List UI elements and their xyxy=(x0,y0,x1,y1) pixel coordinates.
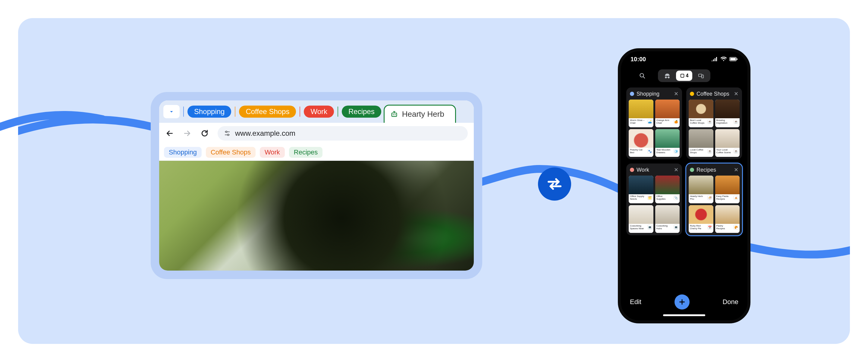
done-button[interactable]: Done xyxy=(722,298,738,306)
active-tab-title: Hearty Herb xyxy=(402,110,444,119)
address-bar[interactable]: www.example.com xyxy=(218,126,468,141)
tab-group-label: Shopping xyxy=(194,107,224,116)
tab-thumbnail[interactable]: Coworking Spaces Near💻 xyxy=(629,205,653,233)
group-title: Recipes xyxy=(696,167,716,173)
close-group-button[interactable]: ✕ xyxy=(674,167,678,173)
thumbnail-caption: Brewing Inspiration☕ xyxy=(715,118,740,127)
svg-rect-9 xyxy=(681,74,684,78)
search-icon[interactable] xyxy=(639,72,646,79)
tab-thumbnail[interactable]: Office Supply Needs🗂️ xyxy=(629,175,653,203)
thumbnail-image xyxy=(689,100,713,118)
thumbnail-image xyxy=(629,205,653,224)
thumbnail-title: Hearty Herb Pho xyxy=(690,195,706,201)
tab-group-recipes[interactable]: Recipes xyxy=(342,106,381,118)
tab-thumbnail[interactable]: Worm Glow – Chair🛋️ xyxy=(629,100,653,127)
tab-group-label: Coffee Shops xyxy=(246,107,289,116)
thumbnail-image xyxy=(655,205,680,224)
thumbnail-caption: Your Local Coffee Scene☕ xyxy=(715,148,740,157)
tab-group-coffee[interactable]: Coffee Shops xyxy=(239,106,296,118)
tab-group-header: Shopping✕ xyxy=(629,90,680,100)
tab-thumbnail[interactable]: Pastry Recipes🥐 xyxy=(715,205,740,233)
close-group-button[interactable]: ✕ xyxy=(674,90,678,97)
group-thumbnails: Worm Glow – Chair🛋️Orange Arm Chair🍊Peac… xyxy=(629,100,680,157)
close-group-button[interactable]: ✕ xyxy=(734,167,738,173)
standard-tabs-button[interactable]: 4 xyxy=(676,71,692,81)
bookmark-chip-recipes[interactable]: Recipes xyxy=(289,147,322,158)
tab-thumbnail[interactable]: Hearty Herb Pho🍜 xyxy=(689,175,713,203)
tab-thumbnail[interactable]: Teal Wooden Drawers🧊 xyxy=(655,129,680,157)
tab-thumbnail[interactable]: Orange Arm Chair🍊 xyxy=(655,100,680,127)
tab-thumbnail[interactable]: Ruby Red Cherry Pie📅 xyxy=(689,205,713,233)
battery-icon xyxy=(730,57,738,61)
thumbnail-title: Orange Arm Chair xyxy=(656,119,673,124)
group-color-dot xyxy=(630,92,634,96)
bookmark-chip-work[interactable]: Work xyxy=(260,147,285,158)
forward-button[interactable] xyxy=(183,129,192,138)
group-title: Coffee Shops xyxy=(696,91,730,97)
tab-group-shopping[interactable]: Shopping xyxy=(187,106,231,118)
synced-devices-button[interactable] xyxy=(693,71,709,81)
group-color-dot xyxy=(630,168,634,172)
active-tab[interactable]: Hearty Herb xyxy=(384,105,456,123)
thumbnail-title: Coworking Spaces Near xyxy=(630,225,646,230)
thumbnail-title: Ruby Red Cherry Pie xyxy=(690,225,706,230)
thumbnail-title: Peachy Cat Bed xyxy=(630,149,646,154)
sync-arrows-icon xyxy=(546,175,564,193)
arrow-left-icon xyxy=(165,129,174,138)
tab-thumbnail[interactable]: Local Coffee Shops☕ xyxy=(689,129,713,157)
thumbnail-image xyxy=(715,129,740,148)
tab-thumbnail[interactable]: Brewing Inspiration☕ xyxy=(715,100,740,127)
tab-group-card[interactable]: Coffee Shops✕Best Local Coffee Shops☕Bre… xyxy=(686,87,742,159)
tab-thumbnail[interactable]: Coworking Hubs💻 xyxy=(655,205,680,233)
thumbnail-favicon: ☕ xyxy=(707,149,712,154)
tab-group-header: Recipes✕ xyxy=(689,166,740,175)
tab-thumbnail[interactable]: Best Local Coffee Shops☕ xyxy=(689,100,713,127)
group-title: Work xyxy=(637,167,649,173)
browser-window: Shopping Coffee Shops Work Recipes Heart… xyxy=(159,101,474,271)
thumbnail-caption: Coworking Hubs💻 xyxy=(655,224,680,233)
incognito-tabs-button[interactable] xyxy=(659,71,675,81)
wifi-icon xyxy=(720,57,727,61)
thumbnail-image xyxy=(689,175,713,194)
thumbnail-image xyxy=(689,129,713,148)
thumbnail-caption: Hearty Herb Pho🍜 xyxy=(689,194,713,203)
new-tab-button[interactable] xyxy=(675,295,689,309)
tab-switcher-toolbar: 4 xyxy=(621,67,747,84)
edit-button[interactable]: Edit xyxy=(630,298,641,306)
thumbnail-favicon: ☕ xyxy=(734,149,738,154)
thumbnail-image xyxy=(715,100,740,118)
tabs-square-icon xyxy=(680,73,685,78)
tab-groups-grid: Shopping✕Worm Glow – Chair🛋️Orange Arm C… xyxy=(621,84,747,238)
bookmark-chip-shopping[interactable]: Shopping xyxy=(164,147,202,158)
thumbnail-title: Worm Glow – Chair xyxy=(630,119,646,124)
sync-indicator xyxy=(538,167,571,201)
thumbnail-caption: Teal Wooden Drawers🧊 xyxy=(655,148,680,157)
tab-thumbnail[interactable]: Your Local Coffee Scene☕ xyxy=(715,129,740,157)
back-button[interactable] xyxy=(165,129,174,138)
svg-rect-0 xyxy=(392,113,397,116)
tab-thumbnail[interactable]: Peachy Cat Bed🐾 xyxy=(629,129,653,157)
status-time: 10:00 xyxy=(630,56,646,63)
thumbnail-caption: Peachy Cat Bed🐾 xyxy=(629,148,653,157)
phone-mockup: 10:00 4 Shopp xyxy=(618,48,750,324)
bookmark-chip-coffee[interactable]: Coffee Shops xyxy=(206,147,255,158)
arrow-right-icon xyxy=(183,129,192,138)
thumbnail-image xyxy=(655,175,680,194)
thumbnail-favicon: 💻 xyxy=(647,225,652,229)
tab-group-card[interactable]: Work✕Office Supply Needs🗂️Office Supplie… xyxy=(626,164,682,235)
group-thumbnails: Hearty Herb Pho🍜Easy Pasta Recipes🍝Ruby … xyxy=(689,175,740,233)
tab-thumbnail[interactable]: Office Supplies📎 xyxy=(655,175,680,203)
close-group-button[interactable]: ✕ xyxy=(734,90,738,97)
tabs-dropdown-button[interactable] xyxy=(163,105,180,118)
reload-button[interactable] xyxy=(200,129,209,138)
thumbnail-favicon: 🐾 xyxy=(647,149,652,154)
thumbnail-title: Brewing Inspiration xyxy=(716,119,733,124)
tab-group-card[interactable]: Recipes✕Hearty Herb Pho🍜Easy Pasta Recip… xyxy=(686,164,742,235)
tab-group-label: Recipes xyxy=(348,107,375,116)
tab-group-work[interactable]: Work xyxy=(304,106,334,118)
robot-favicon-icon xyxy=(390,110,398,118)
tab-thumbnail[interactable]: Easy Pasta Recipes🍝 xyxy=(715,175,740,203)
tab-group-card[interactable]: Shopping✕Worm Glow – Chair🛋️Orange Arm C… xyxy=(626,87,682,159)
thumbnail-title: Your Local Coffee Scene xyxy=(716,149,733,154)
thumbnail-favicon: 🧊 xyxy=(674,149,678,154)
